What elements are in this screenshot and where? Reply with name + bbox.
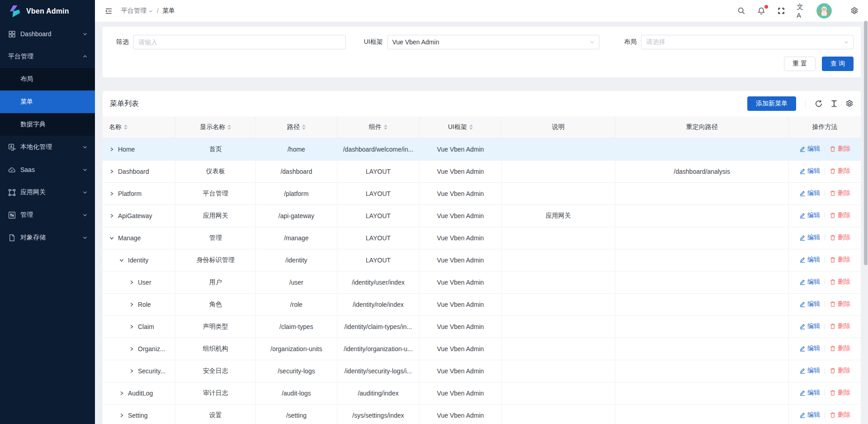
tree-expand-icon[interactable]: [129, 280, 134, 285]
edit-button[interactable]: 编辑: [799, 167, 820, 175]
breadcrumb: 平台管理 / 菜单: [121, 7, 175, 15]
column-header-名称[interactable]: 名称: [103, 116, 175, 138]
sort-caret-icon[interactable]: [469, 124, 473, 130]
tree-expand-icon[interactable]: [129, 346, 134, 352]
tree-expand-icon[interactable]: [129, 368, 134, 374]
sort-caret-icon[interactable]: [384, 124, 387, 130]
table-row-Role[interactable]: Role 角色 /role /identity/role/index Vue V…: [103, 293, 861, 315]
breadcrumb-item-platform[interactable]: 平台管理: [121, 7, 153, 15]
edit-button[interactable]: 编辑: [799, 300, 820, 308]
column-header-说明[interactable]: 说明: [501, 116, 615, 138]
filter-input[interactable]: [133, 35, 346, 49]
add-menu-button[interactable]: 添加新菜单: [747, 96, 796, 111]
edit-button[interactable]: 编辑: [799, 322, 820, 330]
window-scrollbar-thumb[interactable]: [864, 21, 868, 265]
sort-caret-icon[interactable]: [124, 124, 127, 130]
table-row-AuditLog[interactable]: AuditLog 审计日志 /audit-logs /auditing/inde…: [103, 382, 861, 404]
tree-expand-icon[interactable]: [109, 213, 114, 219]
delete-button[interactable]: 删除: [830, 211, 850, 219]
delete-button[interactable]: 删除: [830, 233, 850, 242]
sidebar-subitem-数据字典[interactable]: 数据字典: [0, 113, 95, 136]
tree-expand-icon[interactable]: [129, 324, 134, 329]
query-button[interactable]: 查 询: [822, 57, 854, 71]
sidebar-item-管理[interactable]: 管理: [0, 204, 95, 226]
column-header-UI框架[interactable]: UI框架: [420, 116, 501, 138]
sort-caret-icon[interactable]: [302, 124, 306, 130]
tree-expand-icon[interactable]: [119, 413, 124, 418]
sidebar-item-dashboard[interactable]: Dashboard: [0, 23, 95, 45]
app-logo[interactable]: Vben Admin: [0, 0, 95, 23]
sidebar-item-saas[interactable]: Saas: [0, 158, 95, 181]
table-row-Claim[interactable]: Claim 声明类型 /claim-types /identity/claim-…: [103, 315, 861, 338]
table-row-ApiGateway[interactable]: ApiGateway 应用网关 /api-gateway LAYOUT Vue …: [103, 205, 861, 227]
tree-expand-icon[interactable]: [119, 391, 124, 396]
reset-button[interactable]: 重 置: [784, 57, 816, 71]
row-name: AuditLog: [128, 390, 153, 397]
column-header-显示名称[interactable]: 显示名称: [175, 116, 256, 138]
ui-framework-select[interactable]: Vue Vben Admin: [387, 35, 600, 49]
column-header-重定向路径[interactable]: 重定向路径: [615, 116, 789, 138]
delete-button[interactable]: 删除: [830, 167, 850, 175]
tree-expand-icon[interactable]: [129, 302, 134, 307]
row-name: Platform: [118, 190, 142, 197]
column-header-路径[interactable]: 路径: [256, 116, 337, 138]
delete-button[interactable]: 删除: [830, 278, 850, 286]
delete-button[interactable]: 删除: [830, 300, 850, 308]
table-row-Manage[interactable]: Manage 管理 /manage LAYOUT Vue Vben Admin …: [103, 227, 861, 249]
tree-collapse-icon[interactable]: [119, 257, 124, 263]
sidebar-item-平台管理[interactable]: 平台管理: [0, 45, 95, 68]
tree-expand-icon[interactable]: [109, 191, 114, 196]
table-row-Dashboard[interactable]: Dashboard 仪表板 /dashboard LAYOUT Vue Vben…: [103, 160, 861, 182]
edit-button[interactable]: 编辑: [799, 189, 820, 197]
table-row-Security[interactable]: Security... 安全日志 /security-logs /identit…: [103, 360, 861, 382]
delete-button[interactable]: 删除: [830, 389, 850, 397]
sidebar-subitem-菜单[interactable]: 菜单: [0, 91, 95, 113]
menu-fold-icon[interactable]: [102, 5, 115, 17]
table-row-Organiz[interactable]: Organiz... 组织机构 /organization-units /ide…: [103, 338, 861, 360]
table-row-User[interactable]: User 用户 /user /identity/user/index Vue V…: [103, 271, 861, 293]
sidebar-item-应用网关[interactable]: 应用网关: [0, 181, 95, 204]
table-row-Home[interactable]: Home 首页 /home /dashboard/welcome/in... V…: [103, 138, 861, 160]
edit-button[interactable]: 编辑: [799, 411, 820, 419]
edit-button[interactable]: 编辑: [799, 367, 820, 375]
sidebar-item-本地化管理[interactable]: 本地化管理: [0, 136, 95, 158]
search-icon[interactable]: [737, 6, 746, 15]
table-row-Platform[interactable]: Platform 平台管理 /platform LAYOUT Vue Vben …: [103, 182, 861, 205]
delete-button[interactable]: 删除: [830, 411, 850, 419]
row-height-icon[interactable]: [830, 100, 838, 108]
edit-button[interactable]: 编辑: [799, 344, 820, 353]
gear-icon[interactable]: [850, 6, 859, 15]
delete-button[interactable]: 删除: [830, 189, 850, 197]
edit-button[interactable]: 编辑: [799, 211, 820, 219]
delete-button[interactable]: 删除: [830, 256, 850, 264]
delete-button[interactable]: 删除: [830, 322, 850, 330]
sidebar-item-对象存储[interactable]: 对象存储: [0, 226, 95, 249]
delete-button[interactable]: 删除: [830, 344, 850, 353]
gear-icon[interactable]: [845, 100, 854, 108]
tree-collapse-icon[interactable]: [109, 235, 114, 241]
sidebar-subitem-布局[interactable]: 布局: [0, 68, 95, 91]
table-row-Identity[interactable]: Identity 身份标识管理 /identity LAYOUT Vue Vbe…: [103, 249, 861, 271]
edit-button[interactable]: 编辑: [799, 278, 820, 286]
table-row-Setting[interactable]: Setting 设置 /setting /sys/settings/index …: [103, 404, 861, 424]
cell-display-name: 应用网关: [175, 205, 256, 227]
avatar[interactable]: [816, 3, 832, 19]
translate-icon[interactable]: 文A: [797, 6, 806, 15]
delete-button[interactable]: 删除: [830, 145, 850, 153]
refresh-icon[interactable]: [815, 100, 823, 108]
delete-button[interactable]: 删除: [830, 367, 850, 375]
sort-caret-icon[interactable]: [227, 124, 231, 130]
cell-redirect: [615, 138, 789, 160]
tree-expand-icon[interactable]: [109, 169, 114, 174]
column-header-操作方法[interactable]: 操作方法: [789, 116, 861, 138]
layout-select[interactable]: 请选择: [641, 35, 854, 49]
edit-button[interactable]: 编辑: [799, 256, 820, 264]
column-header-组件[interactable]: 组件: [337, 116, 420, 138]
fullscreen-icon[interactable]: [777, 6, 786, 15]
edit-button[interactable]: 编辑: [799, 233, 820, 242]
edit-button[interactable]: 编辑: [799, 145, 820, 153]
edit-button[interactable]: 编辑: [799, 389, 820, 397]
tree-expand-icon[interactable]: [109, 147, 114, 152]
notification-bell-icon[interactable]: [757, 6, 766, 15]
cell-actions: 编辑 删除: [789, 205, 861, 227]
